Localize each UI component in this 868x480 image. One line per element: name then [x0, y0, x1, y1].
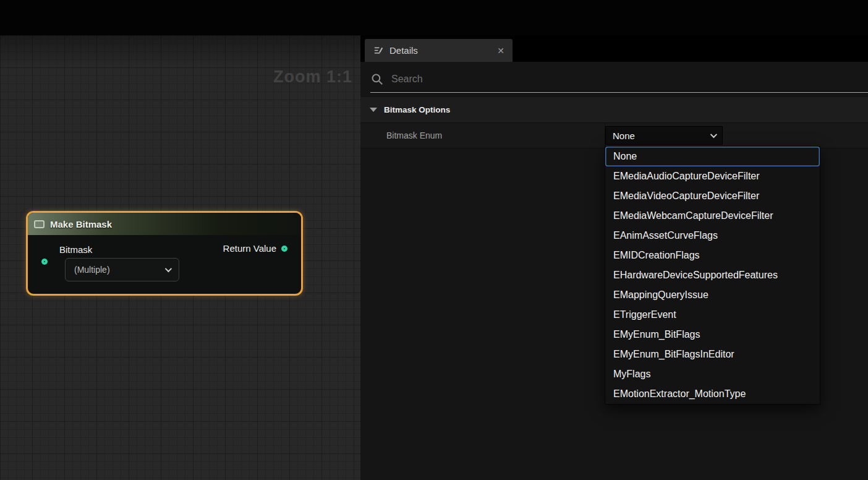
search-field[interactable]	[370, 67, 868, 93]
list-item[interactable]: EMappingQueryIssue	[605, 285, 820, 305]
search-row	[360, 62, 868, 97]
list-item[interactable]: None	[605, 147, 820, 166]
list-item[interactable]: EMIDCreationFlags	[605, 246, 820, 265]
section-title: Bitmask Options	[384, 105, 450, 114]
list-item[interactable]: EMediaAudioCaptureDeviceFilter	[605, 166, 820, 186]
property-label: Bitmask Enum	[386, 131, 442, 140]
property-label-cell: Bitmask Enum	[360, 123, 605, 148]
bitmask-enum-value: None	[613, 131, 635, 141]
list-item[interactable]: EMediaVideoCaptureDeviceFilter	[605, 186, 820, 206]
section-bitmask-options[interactable]: Bitmask Options	[360, 97, 868, 123]
node-header: Make Bitmask	[28, 213, 301, 235]
property-row-bitmask-enum: Bitmask Enum None	[360, 123, 868, 148]
tab-title: Details	[389, 45, 491, 56]
output-pin-row: Return Value	[223, 243, 287, 254]
bitmask-value-dropdown[interactable]: (Multiple)	[65, 258, 179, 281]
chevron-down-icon	[710, 131, 717, 138]
input-pin[interactable]	[41, 259, 48, 265]
list-item[interactable]: EAnimAssetCurveFlags	[605, 226, 820, 246]
output-pin[interactable]	[281, 246, 287, 252]
collapse-arrow-icon	[370, 108, 377, 112]
make-bitmask-node[interactable]: Make Bitmask Bitmask (Multiple) Return V…	[26, 211, 303, 296]
details-tab-bar: Details ✕	[360, 35, 868, 62]
list-item[interactable]: EMotionExtractor_MotionType	[605, 384, 820, 404]
search-icon	[370, 72, 385, 87]
output-pin-label: Return Value	[223, 243, 276, 254]
input-pin-label: Bitmask	[59, 244, 92, 255]
node-title: Make Bitmask	[50, 219, 112, 229]
top-toolbar	[0, 0, 868, 35]
tab-details[interactable]: Details ✕	[365, 39, 513, 62]
list-item[interactable]: EHardwareDeviceSupportedFeatures	[605, 265, 820, 285]
chevron-down-icon	[165, 265, 172, 272]
zoom-indicator: Zoom 1:1	[273, 67, 352, 87]
details-panel: Details ✕ Bitmask Options Bitmask Enum	[360, 35, 868, 480]
search-input[interactable]	[391, 74, 868, 85]
main-area: Zoom 1:1 Make Bitmask Bitmask (Multiple)…	[0, 35, 868, 480]
list-item[interactable]: MyFlags	[605, 364, 820, 384]
list-item[interactable]: EMyEnum_BitFlagsInEditor	[605, 345, 820, 364]
list-item[interactable]: EMyEnum_BitFlags	[605, 325, 820, 345]
node-body: Bitmask (Multiple) Return Value	[28, 235, 301, 294]
property-value-cell: None	[605, 123, 868, 148]
make-struct-icon	[34, 220, 45, 228]
list-item[interactable]: EMediaWebcamCaptureDeviceFilter	[605, 206, 820, 226]
bitmask-enum-dropdown[interactable]: None	[605, 126, 723, 145]
blueprint-graph-canvas[interactable]: Zoom 1:1 Make Bitmask Bitmask (Multiple)…	[0, 35, 360, 480]
close-icon[interactable]: ✕	[497, 46, 504, 55]
enum-dropdown-list: None EMediaAudioCaptureDeviceFilter EMed…	[605, 146, 820, 405]
list-item[interactable]: ETriggerEvent	[605, 305, 820, 325]
bitmask-value-text: (Multiple)	[74, 265, 110, 275]
details-pencil-icon	[373, 45, 383, 56]
